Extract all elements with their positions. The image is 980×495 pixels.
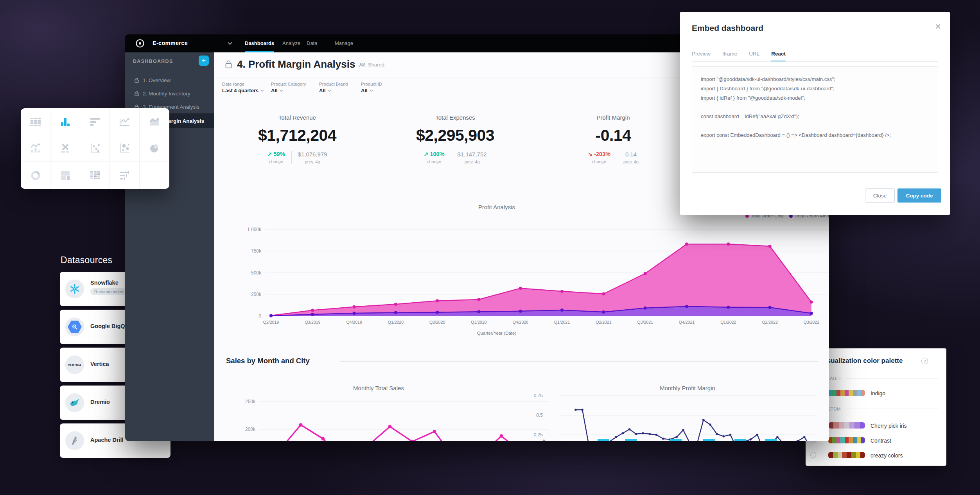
divider: [845, 378, 939, 378]
embed-dashboard-modal: Embed dashboard ✕ Preview Iframe URL Rea…: [680, 12, 950, 215]
sidebar-header: DASHBOARDS: [133, 59, 173, 64]
trend-up-icon: ↗: [267, 151, 272, 157]
tab-data[interactable]: Data: [307, 34, 317, 52]
gooddata-logo-icon[interactable]: [135, 38, 145, 49]
workspace-name[interactable]: E-commerce: [153, 40, 188, 46]
viz-type-line-chart-icon[interactable]: [110, 108, 140, 135]
tab-react[interactable]: React: [771, 51, 786, 62]
lock-icon: [225, 60, 232, 68]
divider: [326, 38, 326, 49]
lock-icon: [135, 91, 139, 96]
datasources-title: Datasources: [61, 255, 112, 265]
chart-title-monthly-total-sales: Monthly Total Sales: [234, 385, 523, 391]
divider: [692, 61, 938, 62]
viz-type-empty-cell: [140, 162, 169, 189]
embed-code-block[interactable]: import "@gooddata/sdk-ui-dashboard/style…: [692, 66, 938, 173]
sidebar-item-monthly-inventory[interactable]: 2. Monthly Inventory: [125, 87, 214, 100]
visualization-picker-panel: [21, 108, 169, 189]
copy-code-button[interactable]: Copy code: [897, 188, 941, 203]
viz-type-area-chart-icon[interactable]: [140, 108, 169, 135]
chevron-down-icon: [260, 90, 264, 92]
viz-type-bubble-chart-icon[interactable]: [110, 135, 140, 162]
tab-analyze[interactable]: Analyze: [282, 34, 300, 52]
palette-swatch: [828, 422, 865, 429]
lock-icon: [135, 78, 139, 83]
recommended-badge: Recommended: [90, 288, 127, 295]
palette-swatch: [828, 390, 865, 396]
divider: [340, 361, 818, 362]
viz-type-donut-chart-icon[interactable]: [21, 162, 50, 189]
viz-type-heatmap-icon[interactable]: [80, 162, 110, 189]
profit-analysis-area-chart[interactable]: [265, 226, 829, 320]
palette-swatch: [828, 437, 865, 443]
chevron-down-icon: [370, 90, 373, 92]
kpi-total-expenses[interactable]: Total Expenses $2,295,903 ↗100% change $…: [376, 114, 534, 164]
filter-product-brand[interactable]: Product Brand All: [319, 82, 348, 93]
dremio-icon: [65, 393, 84, 412]
google-bigquery-icon: [65, 317, 84, 336]
shared-indicator[interactable]: Shared: [359, 62, 384, 68]
monthly-total-sales-line-chart[interactable]: [259, 394, 549, 441]
palette-swatch: [828, 452, 865, 458]
tab-url[interactable]: URL: [749, 51, 759, 62]
close-icon[interactable]: ✕: [935, 22, 941, 31]
sidebar-item-overview[interactable]: 1. Overview: [125, 74, 214, 87]
viz-type-combo-chart-icon[interactable]: [21, 135, 50, 162]
embed-tabs: Preview Iframe URL React: [692, 51, 786, 62]
viz-type-treemap-icon[interactable]: [50, 162, 80, 189]
add-dashboard-button[interactable]: +: [199, 56, 209, 66]
filter-product-id[interactable]: Product ID All: [361, 82, 382, 93]
page-title: 4. Profit Margin Analysis: [237, 58, 355, 70]
chevron-down-icon[interactable]: [228, 42, 232, 45]
kpi-profit-margin[interactable]: Profit Margin -0.14 ↘-203% change 0.14 p…: [534, 114, 692, 164]
viz-type-headline-icon[interactable]: [50, 135, 80, 162]
close-button[interactable]: Close: [865, 188, 895, 203]
chart-title-monthly-profit-margin: Monthly Profit Margin: [558, 385, 817, 391]
divider: [238, 38, 238, 49]
vertica-icon: VERTICA: [65, 355, 84, 374]
radio-button[interactable]: [810, 452, 816, 458]
x-axis-title: Quarter/Year (Date): [221, 331, 773, 335]
palette-row-creazy-colors[interactable]: creazy colors: [806, 451, 946, 463]
y-axis-title: Total Sales: [251, 424, 256, 441]
y-axis-title: Profit Margin: [541, 424, 546, 441]
tab-preview[interactable]: Preview: [692, 51, 711, 62]
filter-product-category[interactable]: Product Category All: [271, 82, 306, 93]
apache-drill-icon: [65, 431, 84, 450]
trend-down-icon: ↘: [588, 151, 592, 157]
viz-type-column-chart-icon[interactable]: [50, 108, 80, 135]
trend-up-icon: ↗: [424, 151, 428, 157]
chevron-down-icon: [280, 90, 283, 92]
tab-iframe[interactable]: Iframe: [722, 51, 737, 62]
filter-date-range[interactable]: Date range Last 4 quarters: [222, 82, 264, 93]
monthly-profit-margin-line-chart[interactable]: [558, 391, 817, 441]
people-icon: [359, 63, 366, 67]
divider: [847, 409, 939, 409]
kpi-total-revenue[interactable]: Total Revenue $1,712,204 ↗59% change $1,…: [218, 114, 376, 164]
viz-type-bullet-chart-icon[interactable]: [110, 162, 140, 189]
viz-type-scatter-plot-icon[interactable]: [80, 135, 110, 162]
palette-title: Visualization color palette: [821, 357, 903, 365]
viz-type-bar-chart-icon[interactable]: [80, 108, 110, 135]
tab-dashboards[interactable]: Dashboards: [245, 34, 274, 52]
tab-manage[interactable]: Manage: [335, 34, 353, 52]
viz-type-pie-chart-icon[interactable]: [140, 135, 169, 162]
x-axis-labels: Q2/2019Q3/2019Q4/2019Q1/2020Q2/2020Q3/20…: [265, 320, 829, 326]
chevron-down-icon: [328, 90, 331, 92]
help-icon[interactable]: ?: [921, 358, 928, 364]
modal-title: Embed dashboard: [692, 23, 763, 33]
snowflake-icon: [65, 280, 84, 298]
viz-type-table-icon[interactable]: [21, 108, 50, 135]
section-title: Sales by Month and City: [226, 357, 310, 365]
